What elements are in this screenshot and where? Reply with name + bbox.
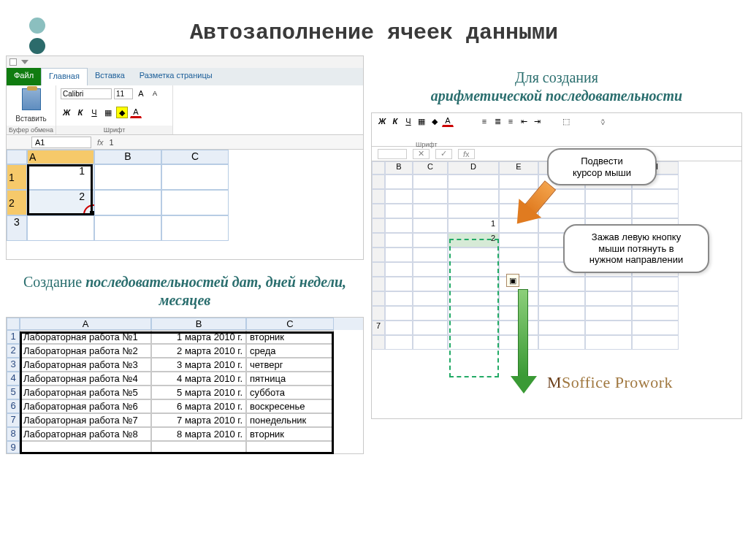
qat-save-icon[interactable] (9, 58, 17, 66)
formula-value[interactable]: 1 (110, 138, 114, 147)
tab-file[interactable]: Файл (7, 68, 41, 85)
cell[interactable] (385, 233, 413, 248)
align-center-icon[interactable]: ≣ (492, 115, 503, 127)
worksheet-grid[interactable]: 1 2 3 A B C 1 (7, 150, 363, 241)
cell-c2[interactable] (161, 190, 229, 215)
cell[interactable] (538, 321, 585, 335)
fill-color-button[interactable]: ◆ (429, 115, 440, 127)
row-header[interactable] (372, 218, 385, 233)
row-header[interactable]: 7 (7, 413, 20, 427)
cell[interactable] (585, 335, 632, 350)
row-header[interactable]: 4 (7, 372, 20, 386)
indent-increase-icon[interactable]: ⇥ (531, 115, 543, 127)
cell[interactable] (151, 441, 246, 453)
cell[interactable] (385, 218, 413, 233)
cell[interactable]: 5 марта 2010 г. (151, 386, 246, 399)
cell-b2[interactable] (94, 190, 161, 215)
col-header-b[interactable]: B (151, 318, 246, 330)
tab-home[interactable]: Главная (41, 68, 88, 85)
cell[interactable] (413, 174, 448, 189)
row-header[interactable] (372, 306, 385, 321)
cell[interactable] (413, 233, 448, 248)
font-color-button[interactable]: A (130, 107, 142, 118)
cell-b1[interactable] (94, 164, 161, 190)
cell-a2[interactable]: 2 Маркер заполнения (27, 190, 94, 215)
table-row[interactable]: 2Лабораторная работа №22 марта 2010 г.ср… (7, 344, 363, 358)
cell[interactable]: вторник (246, 427, 334, 441)
cell[interactable] (385, 277, 413, 291)
cell[interactable] (585, 204, 632, 218)
row-header[interactable]: 1 (7, 330, 20, 344)
cell[interactable] (632, 189, 679, 204)
cell[interactable] (385, 335, 413, 350)
cell[interactable] (499, 233, 538, 248)
col-header-c[interactable]: C (413, 161, 448, 174)
cell[interactable] (632, 321, 679, 335)
row-header-3[interactable]: 3 (7, 215, 27, 241)
cell[interactable]: Лабораторная работа №1 (20, 330, 151, 344)
cell[interactable]: Лабораторная работа №4 (20, 372, 151, 386)
underline-button[interactable]: Ч (402, 115, 414, 127)
paste-icon[interactable] (22, 88, 41, 110)
cell[interactable]: 7 марта 2010 г. (151, 413, 246, 427)
cell[interactable] (413, 291, 448, 306)
cell[interactable] (385, 306, 413, 321)
cell[interactable] (632, 335, 679, 350)
grow-font-icon[interactable]: A (135, 88, 147, 99)
cell[interactable]: Лабораторная работа №3 (20, 358, 151, 372)
col-header-a[interactable]: A (27, 150, 94, 164)
table-row[interactable]: 6Лабораторная работа №66 марта 2010 г.во… (7, 399, 363, 413)
cell[interactable] (499, 248, 538, 262)
merge-cells-icon[interactable]: ⬚ (560, 115, 572, 127)
autofill-options-icon[interactable]: ▣ (506, 274, 519, 287)
row-header[interactable]: 2 (7, 344, 20, 358)
cell[interactable]: воскресенье (246, 399, 334, 413)
cell[interactable] (413, 306, 448, 321)
row-header[interactable]: 3 (7, 358, 20, 372)
row-header[interactable] (372, 277, 385, 291)
col-header-d[interactable]: D (448, 161, 499, 174)
cell[interactable] (246, 441, 334, 453)
cell[interactable] (499, 174, 538, 189)
cell[interactable]: понедельник (246, 413, 334, 427)
table-row[interactable]: 1Лабораторная работа №11 марта 2010 г.вт… (7, 330, 363, 344)
col-header-b[interactable]: B (94, 150, 161, 164)
cell[interactable] (585, 306, 632, 321)
cell[interactable] (632, 291, 679, 306)
cell[interactable]: 1 (448, 218, 499, 233)
select-all-corner[interactable] (372, 161, 385, 174)
worksheet-grid[interactable]: B C D E F G H 127 Подвестикурсор мыши За… (372, 161, 741, 418)
bold-button[interactable]: Ж (376, 115, 388, 127)
cell[interactable]: Лабораторная работа №7 (20, 413, 151, 427)
font-name-select[interactable]: Calibri (61, 88, 112, 99)
cell[interactable]: Лабораторная работа №8 (20, 427, 151, 441)
cell[interactable] (632, 277, 679, 291)
font-size-select[interactable]: 11 (114, 88, 133, 99)
row-header[interactable] (372, 262, 385, 277)
cell[interactable] (385, 262, 413, 277)
cell[interactable] (413, 248, 448, 262)
cell[interactable]: 3 марта 2010 г. (151, 358, 246, 372)
cell[interactable] (413, 321, 448, 335)
col-header-b[interactable]: B (385, 161, 413, 174)
cell[interactable] (632, 306, 679, 321)
fx-icon[interactable]: fx (97, 138, 104, 147)
cell[interactable] (538, 306, 585, 321)
cell[interactable]: Лабораторная работа №6 (20, 399, 151, 413)
row-header[interactable] (372, 174, 385, 189)
enter-icon[interactable]: ✓ (435, 149, 452, 159)
border-button[interactable]: ▦ (102, 107, 114, 118)
cell[interactable] (538, 277, 585, 291)
col-header-c[interactable]: C (246, 318, 334, 330)
cell-a1[interactable]: 1 (27, 164, 94, 190)
tab-page-layout[interactable]: Разметка страницы (132, 68, 220, 85)
font-color-button[interactable]: A (442, 115, 454, 127)
cell[interactable] (448, 204, 499, 218)
number-format-icon[interactable]: ⎀ (597, 115, 608, 127)
row-header[interactable]: 7 (372, 321, 385, 335)
table-row[interactable]: 4Лабораторная работа №44 марта 2010 г.пя… (7, 372, 363, 386)
cell[interactable] (413, 277, 448, 291)
cell[interactable] (448, 174, 499, 189)
cell[interactable] (413, 204, 448, 218)
cell[interactable]: среда (246, 344, 334, 358)
